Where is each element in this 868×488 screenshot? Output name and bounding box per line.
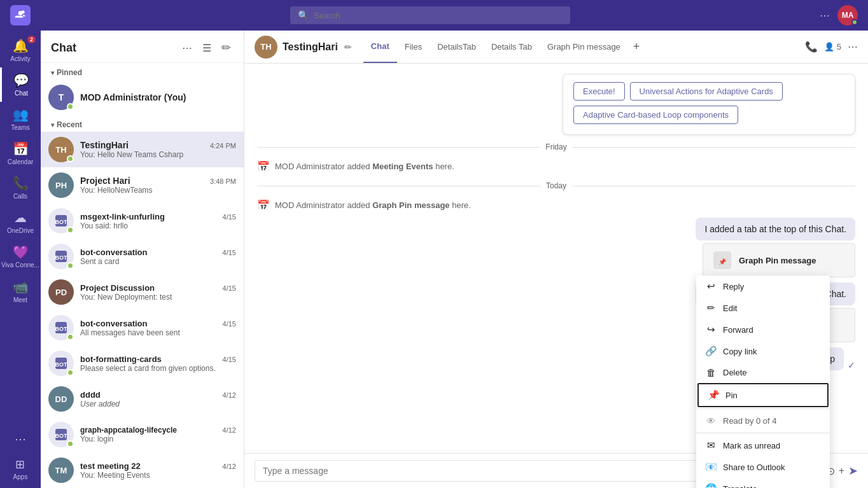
chat-name: test meeting 22 bbox=[80, 461, 141, 471]
edit-icon: ✏ bbox=[705, 302, 717, 314]
context-menu-item-delete[interactable]: 🗑 Delete bbox=[696, 362, 830, 383]
chat-info: bot-conversation 4/15 All messages have … bbox=[80, 319, 236, 337]
chat-info: msgext-link-unfurling 4/15 You said: hrl… bbox=[80, 212, 236, 230]
svg-text:BOT: BOT bbox=[55, 433, 68, 439]
chat-item-bot-conv2[interactable]: BOT bot-conversation 4/15 All messages h… bbox=[41, 310, 244, 345]
left-rail: 🔔 Activity 2 💬 Chat 👥 Teams 📅 Calendar 📞… bbox=[0, 31, 41, 488]
avatar: BOT bbox=[48, 315, 74, 340]
calls-icon: 📞 bbox=[13, 176, 29, 191]
sidebar-header: Chat ⋯ ☰ ✏ bbox=[41, 31, 244, 63]
sidebar: Chat ⋯ ☰ ✏ ▾ Pinned T MOD Administrator … bbox=[41, 31, 244, 488]
svg-text:📌: 📌 bbox=[718, 258, 727, 266]
status-dot bbox=[67, 227, 74, 234]
viva-icon: 💜 bbox=[13, 244, 29, 260]
sidebar-item-teams[interactable]: 👥 Teams bbox=[0, 102, 41, 136]
copy-link-icon: 🔗 bbox=[705, 345, 717, 357]
user-avatar[interactable]: MA bbox=[837, 5, 858, 25]
chat-info: MOD Administrator (You) bbox=[80, 92, 236, 102]
context-menu-item-translate[interactable]: 🌐 Translate bbox=[696, 478, 830, 488]
more-options-button[interactable]: ⋯ bbox=[179, 39, 195, 57]
chat-item-project-hari[interactable]: PH Project Hari 3:48 PM You: HelloNewTea… bbox=[41, 167, 244, 203]
chat-item-testing-hari[interactable]: TH TestingHari 4:24 PM You: Hello New Te… bbox=[41, 132, 244, 167]
chat-item-test-meet22[interactable]: TM test meeting 22 4/12 You: Meeting Eve… bbox=[41, 452, 244, 488]
chat-name: bot-conversation bbox=[80, 247, 147, 257]
chat-item-bot-fmt[interactable]: BOT bot-formatting-cards 4/15 Please sel… bbox=[41, 345, 244, 381]
more-button[interactable]: ⋯ bbox=[13, 428, 28, 450]
status-dot bbox=[67, 333, 74, 340]
chat-preview: You said: hrllo bbox=[80, 221, 236, 230]
avatar: BOT bbox=[48, 351, 74, 376]
settings-button[interactable]: ⋯ bbox=[820, 10, 830, 22]
chat-icon: 💬 bbox=[13, 73, 29, 88]
chat-info: TestingHari 4:24 PM You: Hello New Teams… bbox=[80, 140, 236, 159]
chat-time: 4/15 bbox=[223, 249, 236, 256]
tab-details-tab2[interactable]: Details Tab bbox=[484, 31, 540, 63]
chat-preview: You: Meeting Events bbox=[80, 471, 236, 480]
members-button[interactable]: 👤 5 bbox=[824, 42, 841, 52]
sidebar-item-calls[interactable]: 📞 Calls bbox=[0, 171, 41, 205]
sidebar-item-activity[interactable]: 🔔 Activity 2 bbox=[0, 33, 41, 67]
new-chat-button[interactable]: ✏ bbox=[219, 38, 234, 57]
context-menu-item-share-outlook[interactable]: 📧 Share to Outlook bbox=[696, 456, 830, 478]
execute-button[interactable]: Execute! bbox=[573, 82, 625, 101]
loop-components-button[interactable]: Adaptive Card-based Loop components bbox=[573, 106, 738, 124]
chat-item-project-discussion[interactable]: PD Project Discussion 4/15 You: New Depl… bbox=[41, 274, 244, 310]
reply-icon: ↩ bbox=[705, 281, 717, 292]
avatar: TM bbox=[48, 457, 74, 483]
edit-name-button[interactable]: ✏ bbox=[343, 41, 353, 53]
tab-chat[interactable]: Chat bbox=[363, 31, 397, 63]
message-bubble-1: I added a tab at the top of this Chat. bbox=[696, 218, 855, 241]
teams-logo[interactable] bbox=[10, 5, 31, 25]
context-menu-item-mark-unread[interactable]: ✉ Mark as unread bbox=[696, 435, 830, 456]
filter-button[interactable]: ☰ bbox=[200, 39, 214, 57]
chat-item-bot-conv1[interactable]: BOT bot-conversation 4/15 Sent a card bbox=[41, 239, 244, 274]
adaptive-card: Execute! Universal Actions for Adaptive … bbox=[563, 74, 855, 135]
chat-time: 4/15 bbox=[223, 356, 236, 363]
date-divider-friday: Friday bbox=[257, 143, 855, 151]
more-icon: ⋯ bbox=[15, 432, 26, 446]
add-tab-button[interactable]: + bbox=[628, 31, 645, 63]
chat-info: graph-appcatalog-lifecycle 4/12 You: log… bbox=[80, 426, 236, 443]
system-message-2: 📅 MOD Administrator added Graph Pin mess… bbox=[257, 198, 855, 213]
sidebar-item-onedrive[interactable]: ☁ OneDrive bbox=[0, 205, 41, 239]
tab-graph-pin[interactable]: Graph Pin message bbox=[540, 31, 628, 63]
universal-actions-button[interactable]: Universal Actions for Adaptive Cards bbox=[630, 82, 783, 101]
chat-item-graph-app[interactable]: BOT graph-appcatalog-lifecycle 4/12 You:… bbox=[41, 417, 244, 452]
sidebar-item-viva[interactable]: 💜 Viva Conne... bbox=[0, 239, 41, 274]
chat-item-msgext[interactable]: BOT msgext-link-unfurling 4/15 You said:… bbox=[41, 203, 244, 239]
header-right: 📞 👤 5 ⋯ bbox=[805, 41, 858, 53]
chat-header: TH TestingHari ✏ Chat Files DetailsTab D… bbox=[244, 31, 868, 64]
sidebar-item-meet[interactable]: 📹 Meet bbox=[0, 274, 41, 309]
share-outlook-icon: 📧 bbox=[705, 461, 717, 473]
chat-item-mod-admin[interactable]: T MOD Administrator (You) bbox=[41, 80, 244, 115]
context-menu-item-copy-link[interactable]: 🔗 Copy link bbox=[696, 340, 830, 362]
sidebar-item-chat[interactable]: 💬 Chat bbox=[0, 67, 41, 102]
context-menu-item-forward[interactable]: ↪ Forward bbox=[696, 319, 830, 340]
context-menu-item-edit[interactable]: ✏ Edit bbox=[696, 297, 830, 319]
call-button[interactable]: 📞 bbox=[805, 41, 818, 53]
send-button[interactable]: ➤ bbox=[848, 464, 858, 478]
more-header-button[interactable]: ⋯ bbox=[848, 41, 858, 53]
chat-preview: User added bbox=[80, 400, 236, 408]
mark-unread-icon: ✉ bbox=[705, 440, 717, 451]
status-dot bbox=[67, 262, 74, 269]
sidebar-item-calendar[interactable]: 📅 Calendar bbox=[0, 136, 41, 171]
chat-header-name: TestingHari bbox=[283, 41, 338, 53]
menu-divider-2 bbox=[696, 433, 830, 433]
search-input[interactable] bbox=[314, 11, 563, 20]
chat-name: msgext-link-unfurling bbox=[80, 212, 165, 221]
context-menu-item-pin[interactable]: 📌 Pin bbox=[697, 383, 829, 407]
avatar: BOT bbox=[48, 208, 74, 234]
chat-time: 4/12 bbox=[223, 463, 236, 470]
tab-details-tab[interactable]: DetailsTab bbox=[430, 31, 484, 63]
avatar: DD bbox=[48, 386, 74, 412]
sidebar-item-apps[interactable]: ⊞ Apps bbox=[13, 455, 28, 483]
svg-text:BOT: BOT bbox=[55, 219, 68, 225]
attach-button[interactable]: + bbox=[839, 465, 844, 477]
menu-divider-1 bbox=[696, 408, 830, 409]
search-box[interactable]: 🔍 bbox=[290, 6, 570, 24]
tab-files[interactable]: Files bbox=[397, 31, 430, 63]
context-menu-item-reply[interactable]: ↩ Reply bbox=[696, 275, 830, 297]
pinned-chevron: ▾ bbox=[51, 69, 54, 76]
chat-item-dddd[interactable]: DD dddd 4/12 User added bbox=[41, 381, 244, 417]
